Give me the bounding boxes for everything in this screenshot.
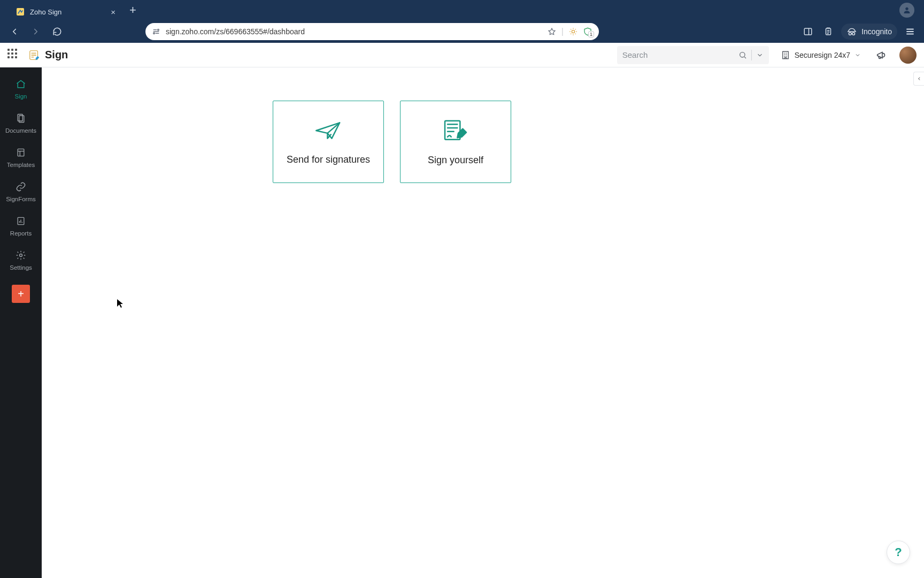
add-button[interactable]: + <box>12 285 30 303</box>
chevron-down-icon <box>854 52 861 58</box>
app-header: Sign Securesign 24x7 <box>0 43 924 67</box>
search-box[interactable] <box>617 46 769 64</box>
search-icon[interactable] <box>738 51 747 59</box>
sidebar-item-sign[interactable]: Sign <box>0 73 42 104</box>
tab-title: Zoho Sign <box>30 8 61 16</box>
link-icon <box>15 181 27 193</box>
browser-toolbar: sign.zoho.com/zs/669663555#/dashboard | … <box>0 20 924 43</box>
sidebar: Sign Documents Templates SignForms <box>0 67 42 578</box>
reload-button[interactable] <box>49 24 65 40</box>
forward-button[interactable] <box>28 24 44 40</box>
sidepanel-icon[interactable] <box>800 24 815 39</box>
documents-icon <box>15 112 27 124</box>
svg-point-7 <box>849 33 852 35</box>
svg-point-16 <box>20 254 22 257</box>
collapse-panel-button[interactable] <box>913 72 924 86</box>
browser-tab[interactable]: Zoho Sign × <box>10 3 122 20</box>
sidebar-item-label: Settings <box>10 264 32 271</box>
site-settings-icon[interactable] <box>152 27 160 36</box>
browser-tab-strip: Zoho Sign × + <box>0 0 924 20</box>
divider <box>751 50 752 60</box>
mouse-cursor-icon <box>117 299 124 308</box>
building-icon <box>781 50 790 60</box>
sidebar-item-label: Sign <box>14 93 27 100</box>
templates-icon <box>15 147 27 158</box>
avatar[interactable] <box>899 47 917 64</box>
sidebar-item-signforms[interactable]: SignForms <box>0 176 42 207</box>
paper-plane-icon <box>314 119 342 142</box>
svg-point-4 <box>572 30 574 33</box>
sidebar-item-label: SignForms <box>6 196 36 202</box>
gear-icon <box>15 249 27 261</box>
shield-count: 1 <box>588 31 594 37</box>
bookmark-icon[interactable] <box>548 27 556 36</box>
help-button[interactable]: ? <box>887 541 910 564</box>
card-sign-yourself[interactable]: Sign yourself <box>400 101 511 183</box>
help-icon: ? <box>895 545 902 559</box>
incognito-indicator[interactable]: Incognito <box>841 24 897 40</box>
svg-rect-5 <box>804 28 812 35</box>
app-logo: Sign <box>29 49 68 61</box>
card-label: Send for signatures <box>287 154 370 165</box>
url-bar-actions: | 1 <box>548 27 592 36</box>
profile-badge-icon[interactable] <box>899 3 914 18</box>
svg-point-8 <box>852 33 855 35</box>
svg-rect-0 <box>17 8 24 16</box>
sidebar-item-label: Documents <box>5 127 36 134</box>
tab-favicon <box>16 7 25 16</box>
svg-point-10 <box>740 52 744 57</box>
search-dropdown-icon[interactable] <box>756 51 764 59</box>
close-icon[interactable]: × <box>111 7 116 17</box>
svg-point-1 <box>905 7 908 10</box>
announcements-icon[interactable] <box>873 49 891 61</box>
apps-launcher-icon[interactable] <box>7 49 20 62</box>
org-label: Securesign 24x7 <box>795 51 850 59</box>
card-send-for-signatures[interactable]: Send for signatures <box>273 101 384 183</box>
main-content: Send for signatures Sign yourself ? <box>42 67 924 578</box>
card-label: Sign yourself <box>428 155 483 166</box>
new-tab-button[interactable]: + <box>122 2 144 19</box>
sun-icon[interactable] <box>569 27 578 36</box>
sidebar-item-templates[interactable]: Templates <box>0 141 42 172</box>
dashboard-cards: Send for signatures Sign yourself <box>273 101 511 183</box>
incognito-label: Incognito <box>861 27 892 36</box>
sidebar-item-reports[interactable]: Reports <box>0 210 42 241</box>
app-body: Sign Documents Templates SignForms <box>0 67 924 578</box>
sidebar-item-label: Templates <box>7 162 35 168</box>
org-picker[interactable]: Securesign 24x7 <box>777 50 864 60</box>
sidebar-item-documents[interactable]: Documents <box>0 107 42 138</box>
sign-document-icon <box>442 118 469 143</box>
sidebar-item-label: Reports <box>10 230 32 237</box>
sign-logo-icon <box>29 49 41 61</box>
back-button[interactable] <box>6 24 22 40</box>
shield-icon[interactable]: 1 <box>583 27 592 36</box>
svg-point-2 <box>158 29 159 31</box>
app-root: Sign Securesign 24x7 <box>0 43 924 578</box>
browser-menu-icon[interactable] <box>903 24 918 39</box>
app-title: Sign <box>45 49 68 61</box>
url-bar[interactable]: sign.zoho.com/zs/669663555#/dashboard | … <box>145 23 599 40</box>
home-icon <box>15 78 27 90</box>
reports-icon <box>15 215 27 227</box>
svg-rect-14 <box>18 149 24 156</box>
sidebar-item-settings[interactable]: Settings <box>0 244 42 275</box>
search-input[interactable] <box>622 50 734 59</box>
clipboard-icon[interactable] <box>821 24 836 39</box>
svg-point-3 <box>153 33 155 34</box>
url-text: sign.zoho.com/zs/669663555#/dashboard <box>166 27 542 36</box>
